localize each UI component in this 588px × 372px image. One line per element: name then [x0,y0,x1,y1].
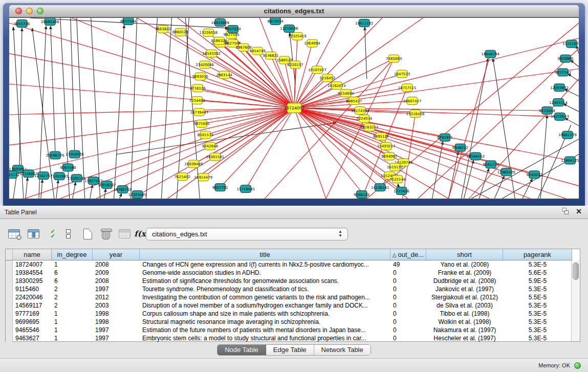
network-node[interactable]: 12218506 [280,25,298,32]
network-node[interactable]: 16648784 [482,50,500,58]
column-header-in_degree[interactable]: in_degree [52,249,93,260]
network-window-titlebar[interactable]: citations_edges.txt [9,5,579,17]
float-panel-icon[interactable] [562,208,570,215]
table-row[interactable]: 1456911722003Disruption of a novel membe… [6,301,580,310]
network-node[interactable]: 16039489 [185,160,203,168]
node-label: 9242848 [202,144,218,148]
network-node[interactable]: 16210643 [551,113,569,120]
network-node[interactable]: 15751074 [562,40,579,48]
close-panel-icon[interactable]: ✕ [576,208,582,215]
row-gutter-header[interactable] [6,249,13,260]
node-label: 8220157 [287,63,303,67]
network-edge [25,108,294,199]
show-columns-icon[interactable] [26,226,41,242]
network-node[interactable]: 18757515 [398,84,417,92]
network-node[interactable]: 16174354 [351,107,369,115]
table-row[interactable]: 2242004622012Investigating the contribut… [6,293,580,301]
import-table-icon[interactable] [117,226,132,242]
network-node[interactable]: 16543382 [203,50,221,57]
network-node[interactable]: 9657791 [212,184,228,191]
network-node[interactable]: 8813054 [268,18,284,25]
network-node[interactable]: 12093832 [550,84,569,92]
table-row[interactable]: 911546021997Tourette syndrome. Phenomeno… [6,285,580,293]
network-node[interactable]: 17359928 [66,150,84,158]
network-node[interactable]: 1647533 [394,70,410,78]
network-node[interactable]: 8501573 [198,131,213,139]
scrollbar-thumb[interactable] [573,262,579,280]
citation-network-graph[interactable]: 1872400798275058912974165433822342004628… [9,18,579,199]
sort-ascending-icon: △ [393,252,397,258]
node-label: 10107427 [308,68,326,72]
network-node[interactable]: 8657344 [120,18,137,25]
network-node[interactable]: 12325419 [288,32,307,40]
delete-column-icon[interactable] [98,226,114,242]
cell-short: de Silva et al. (2003) [426,301,503,310]
gear-icon [16,235,21,240]
tab-network-table[interactable]: Network Table [314,345,371,355]
network-edge [294,36,297,108]
network-node[interactable]: 9246124 [354,191,370,199]
selection-mode-icon[interactable]: ✓✓ [45,226,60,242]
network-node[interactable]: 13505135 [68,174,86,182]
column-header-title[interactable]: title [140,249,390,260]
create-column-icon[interactable] [80,226,95,242]
network-node[interactable]: 9055726 [14,19,30,27]
network-node[interactable]: 10611132 [355,19,374,27]
table-row[interactable]: 1872400712008Changes of HCN gene express… [6,260,580,269]
column-header-out_de[interactable]: △out_de... [390,249,426,260]
network-node[interactable]: 15718485 [236,185,255,193]
tab-edge-table[interactable]: Edge Table [266,345,314,355]
table-row[interactable]: 1830029562008Estimation of significance … [6,277,580,285]
network-node[interactable]: 10607427 [403,97,422,105]
network-node[interactable]: 12365420 [497,168,515,176]
network-node[interactable]: 7663822 [155,25,171,33]
network-node[interactable]: 12444154 [549,99,568,106]
node-label: 16648784 [482,52,500,56]
network-node[interactable]: 18301591 [206,153,225,161]
network-node[interactable]: 9346212 [452,144,468,151]
column-header-name[interactable]: name [13,249,52,260]
network-node[interactable]: 10861229 [558,131,577,139]
network-node[interactable]: 9154694 [338,90,354,97]
table-row[interactable]: 969969511998Structural magnetic resonanc… [6,318,580,326]
network-node[interactable]: 9893016 [192,73,208,80]
network-node[interactable]: 23420046 [196,61,214,69]
network-node[interactable]: 11451945 [50,172,69,180]
network-node[interactable]: 16033809 [211,18,229,26]
network-node[interactable]: 8791971 [437,134,453,141]
table-selector-dropdown[interactable]: citations_edges.txt ▲▼ [146,228,348,240]
table-row[interactable]: 1938455462009Genome-wide association stu… [6,269,580,277]
column-header-year[interactable]: year [93,249,140,260]
network-node[interactable]: 8215358 [539,107,555,115]
network-node[interactable]: 9875685 [194,120,210,127]
network-node[interactable]: 10107427 [308,66,326,74]
network-node[interactable]: 1364094 [304,39,320,47]
table-row[interactable]: 946362711997Embryonic stem cells: a mode… [6,334,580,342]
network-node[interactable]: 8860128 [172,28,188,36]
table-row[interactable]: 946554611997Estimation of the future num… [6,326,580,334]
network-edge [461,59,488,199]
network-canvas[interactable]: 1872400798275058912974165433822342004628… [9,17,579,199]
network-node[interactable]: 10944562 [467,152,485,160]
network-node[interactable]: 16914479 [194,173,213,181]
network-node[interactable]: 1733426 [394,187,409,195]
table-row[interactable]: 977716911998Corpus callosum shape and si… [6,310,580,318]
column-header-short[interactable]: short [426,249,503,260]
network-node[interactable]: 7224014 [356,115,373,122]
network-window: citations_edges.txt 18724007982750589129… [3,3,585,206]
column-header-pagerank[interactable]: pagerank [503,249,572,260]
network-node[interactable]: 16782759 [114,186,132,193]
tab-node-table[interactable]: Node Table [217,345,266,355]
network-node[interactable]: 9227343 [555,69,571,76]
network-node[interactable]: 13216456 [406,110,425,117]
network-node[interactable]: 9581234 [483,161,499,168]
vertical-scrollbar[interactable] [571,260,580,341]
network-node[interactable]: 13226058 [200,29,218,36]
network-node[interactable]: 14136141 [371,184,389,191]
network-node[interactable]: 9097588 [60,164,76,171]
row-height-icon[interactable] [60,226,76,242]
node-label: 12444154 [549,101,568,105]
table-mode-icon[interactable] [6,226,21,242]
network-node[interactable]: 18724007 [284,103,305,113]
network-node[interactable]: 7625402 [175,173,190,181]
